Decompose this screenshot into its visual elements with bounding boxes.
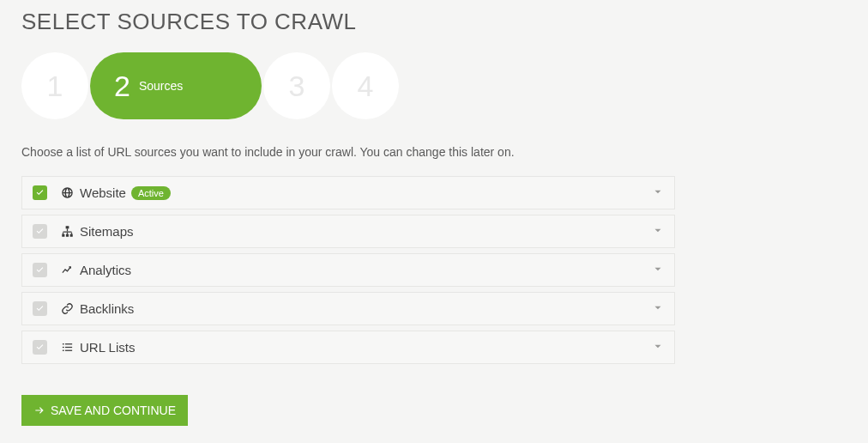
chevron-down-icon[interactable] [652, 224, 664, 239]
page-title: SELECT SOURCES TO CRAWL [21, 9, 847, 35]
checkbox-icon[interactable] [33, 224, 47, 239]
save-button-label: SAVE AND CONTINUE [51, 404, 176, 417]
checkbox-icon[interactable] [33, 185, 47, 200]
link-icon [59, 302, 75, 315]
svg-rect-2 [65, 234, 68, 237]
source-row-website[interactable]: Website Active [21, 176, 675, 209]
svg-rect-0 [65, 226, 69, 228]
chevron-down-icon[interactable] [652, 340, 664, 355]
svg-rect-8 [62, 350, 63, 351]
step-4-num: 4 [358, 70, 374, 103]
sitemap-icon [59, 225, 75, 238]
active-badge: Active [131, 186, 171, 200]
chevron-down-icon[interactable] [652, 263, 664, 277]
checkbox-icon[interactable] [33, 340, 47, 355]
source-label: Analytics [80, 263, 131, 277]
source-list: Website Active Sitemaps Analytics [21, 176, 675, 364]
save-and-continue-button[interactable]: SAVE AND CONTINUE [21, 395, 188, 426]
chart-line-icon [59, 264, 75, 276]
stepper: 1 2 Sources 3 4 [21, 52, 847, 119]
source-label: URL Lists [80, 340, 135, 355]
step-1-num: 1 [47, 70, 63, 103]
list-icon [59, 341, 75, 354]
svg-rect-5 [65, 343, 72, 344]
step-2[interactable]: 2 Sources [90, 52, 262, 119]
svg-rect-1 [62, 234, 64, 237]
chevron-down-icon[interactable] [652, 301, 664, 316]
svg-rect-6 [62, 347, 63, 348]
step-3-num: 3 [289, 70, 305, 103]
source-row-url-lists[interactable]: URL Lists [21, 331, 675, 364]
svg-rect-7 [65, 347, 72, 348]
chevron-down-icon[interactable] [652, 185, 664, 200]
source-row-sitemaps[interactable]: Sitemaps [21, 215, 675, 248]
svg-rect-3 [69, 234, 72, 237]
checkbox-icon[interactable] [33, 301, 47, 316]
step-2-label: Sources [139, 79, 183, 93]
step-4[interactable]: 4 [332, 52, 399, 119]
arrow-right-icon [33, 404, 45, 416]
step-2-num: 2 [114, 70, 130, 103]
instructions-text: Choose a list of URL sources you want to… [21, 145, 847, 159]
checkbox-icon[interactable] [33, 263, 47, 277]
source-label: Website [80, 185, 126, 200]
source-row-backlinks[interactable]: Backlinks [21, 292, 675, 325]
globe-icon [59, 186, 75, 199]
source-label: Sitemaps [80, 224, 134, 239]
svg-rect-4 [62, 343, 63, 344]
svg-rect-9 [65, 350, 72, 351]
source-label: Backlinks [80, 301, 134, 316]
step-1[interactable]: 1 [21, 52, 88, 119]
step-3[interactable]: 3 [263, 52, 330, 119]
source-row-analytics[interactable]: Analytics [21, 253, 675, 287]
